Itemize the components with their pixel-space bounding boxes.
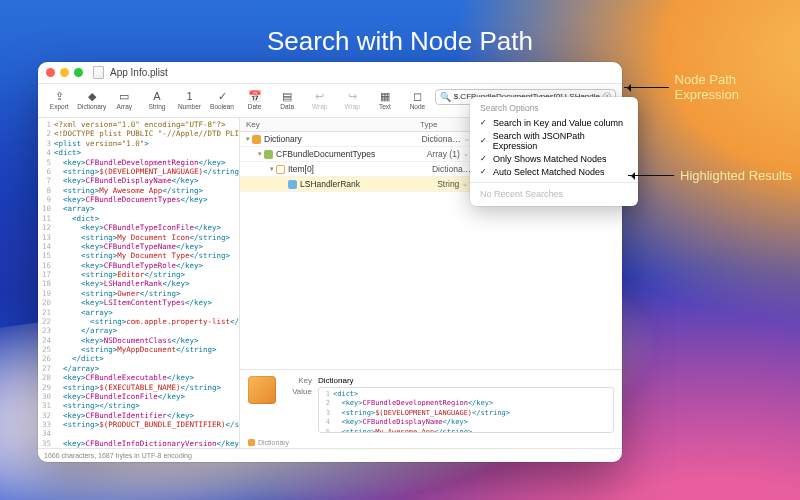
dictionary-button[interactable]: ◆Dictionary	[77, 91, 108, 110]
wrap2-icon: ↪	[348, 91, 357, 102]
arr-icon	[264, 150, 273, 159]
checkmark-icon: ✓	[480, 154, 488, 163]
search-option[interactable]: ✓Search in Key and Value column	[470, 116, 638, 129]
date-icon: 📅	[248, 91, 262, 102]
disclosure-triangle-icon[interactable]: ▾	[268, 165, 276, 173]
export-icon: ⇪	[55, 91, 64, 102]
wrap-icon: ↩	[315, 91, 324, 102]
window-title: App Info.plist	[110, 67, 168, 78]
checkmark-icon: ✓	[480, 136, 488, 145]
hero-title: Search with Node Path	[0, 26, 800, 57]
wrap2-button[interactable]: ↪Wrap	[337, 91, 368, 110]
data-button[interactable]: ▤Data	[272, 91, 303, 110]
checkmark-icon: ✓	[480, 167, 488, 176]
string-icon: A	[153, 91, 160, 102]
dictionary-icon: ◆	[88, 91, 96, 102]
boolean-icon: ✓	[218, 91, 227, 102]
boolean-button[interactable]: ✓Boolean	[207, 91, 238, 110]
traffic-lights	[46, 68, 83, 77]
item-icon	[276, 165, 285, 174]
no-recent-searches: No Recent Searches	[470, 187, 638, 201]
disclosure-triangle-icon[interactable]: ▾	[256, 150, 264, 158]
string-button[interactable]: AString	[142, 91, 173, 110]
export-button[interactable]: ⇪Export	[44, 91, 75, 110]
dictionary-icon	[248, 439, 255, 446]
wrap-button[interactable]: ↩Wrap	[304, 91, 335, 110]
search-option[interactable]: ✓Search with JSONPath Expression	[470, 129, 638, 152]
source-editor[interactable]: 1<?xml version="1.0" encoding="UTF-8"?>2…	[38, 118, 240, 448]
search-icon: 🔍	[440, 92, 451, 102]
zoom-button[interactable]	[74, 68, 83, 77]
search-options-popover: Search Options✓Search in Key and Value c…	[470, 97, 638, 206]
disclosure-triangle-icon[interactable]: ▾	[244, 135, 252, 143]
str-icon	[288, 180, 297, 189]
close-button[interactable]	[46, 68, 55, 77]
dict-icon	[252, 135, 261, 144]
text-button[interactable]: ▦Text	[370, 91, 401, 110]
node-icon: ◻	[413, 91, 422, 102]
dictionary-icon	[248, 376, 276, 404]
titlebar: App Info.plist	[38, 62, 622, 84]
breadcrumb[interactable]: Dictionary	[240, 437, 622, 448]
node-button[interactable]: ◻Node	[402, 91, 433, 110]
data-icon: ▤	[282, 91, 292, 102]
minimize-button[interactable]	[60, 68, 69, 77]
detail-pane: Key Dictionary Value 1<dict>2 <key>CFBun…	[240, 369, 622, 437]
detail-value-editor[interactable]: 1<dict>2 <key>CFBundleDevelopmentRegion<…	[318, 387, 614, 433]
callout-node-path: Node Path Expression	[624, 72, 800, 102]
date-button[interactable]: 📅Date	[239, 91, 270, 110]
callout-highlighted: Highlighted Results	[628, 168, 792, 183]
number-icon: 1	[186, 91, 192, 102]
search-option[interactable]: ✓Auto Select Matched Nodes	[470, 165, 638, 178]
document-icon	[93, 66, 104, 79]
array-button[interactable]: ▭Array	[109, 91, 140, 110]
popover-header: Search Options	[470, 102, 638, 116]
array-icon: ▭	[119, 91, 129, 102]
text-icon: ▦	[380, 91, 390, 102]
checkmark-icon: ✓	[480, 118, 488, 127]
status-bar: 1666 characters, 1687 bytes in UTF-8 enc…	[38, 448, 622, 462]
number-button[interactable]: 1Number	[174, 91, 205, 110]
search-option[interactable]: ✓Only Shows Matched Nodes	[470, 152, 638, 165]
detail-key: Dictionary	[318, 376, 614, 385]
